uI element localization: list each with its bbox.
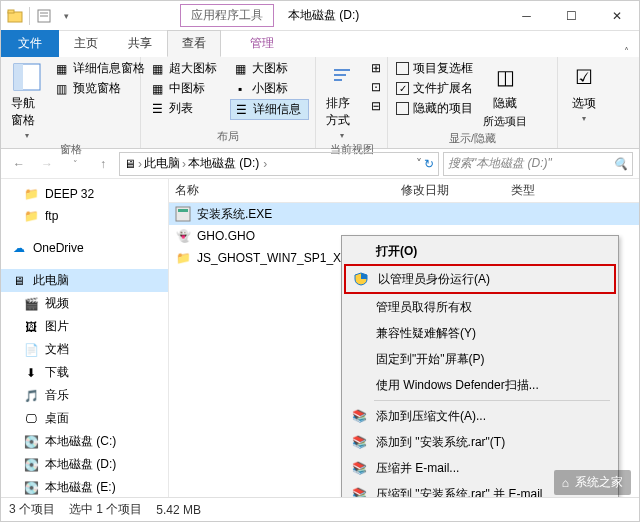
addr-dropdown-icon[interactable]: ˅ [416, 157, 422, 171]
refresh-icon[interactable]: ↻ [424, 157, 434, 171]
folder-icon [5, 6, 25, 26]
tab-share[interactable]: 共享 [113, 30, 167, 57]
folder-icon: 📁 [23, 186, 39, 202]
address-row: ← → ˅ ↑ 🖥 ›此电脑 ›本地磁盘 (D:)› ˅ ↻ 搜索"本地磁盘 (… [1, 149, 639, 179]
file-row[interactable]: 安装系统.EXE [169, 203, 639, 225]
nav-disk-e[interactable]: 💽本地磁盘 (E:) [1, 476, 168, 497]
layout-medium[interactable]: ▦中图标 [147, 79, 226, 98]
options-button[interactable]: ☑ 选项▾ [564, 59, 604, 146]
file-extensions-toggle[interactable]: ✓文件扩展名 [394, 79, 475, 98]
maximize-button[interactable]: ☐ [549, 2, 594, 30]
nav-disk-c[interactable]: 💽本地磁盘 (C:) [1, 430, 168, 453]
detail-pane-icon: ▦ [53, 61, 69, 77]
item-checkboxes-toggle[interactable]: 项目复选框 [394, 59, 475, 78]
options-icon: ☑ [568, 61, 600, 93]
close-button[interactable]: ✕ [594, 2, 639, 30]
column-headers[interactable]: 名称 修改日期 类型 [169, 179, 639, 203]
status-count: 3 个项目 [9, 501, 55, 518]
picture-icon: 🖼 [23, 319, 39, 335]
crumb-thispc[interactable]: 此电脑 [144, 155, 180, 172]
download-icon: ⬇ [23, 365, 39, 381]
window-title: 本地磁盘 (D:) [288, 7, 359, 24]
crumb-drive[interactable]: 本地磁盘 (D:) [188, 155, 259, 172]
layout-extra-large[interactable]: ▦超大图标 [147, 59, 226, 78]
layout-list[interactable]: ☰列表 [147, 99, 226, 118]
nav-thispc[interactable]: 🖥此电脑 [1, 269, 168, 292]
back-button[interactable]: ← [7, 152, 31, 176]
forward-button[interactable]: → [35, 152, 59, 176]
menu-pin-start[interactable]: 固定到"开始"屏幕(P) [344, 346, 616, 372]
layout-large[interactable]: ▦大图标 [230, 59, 309, 78]
titlebar: ▾ 应用程序工具 本地磁盘 (D:) ─ ☐ ✕ [1, 1, 639, 31]
doc-icon: 📄 [23, 342, 39, 358]
minimize-button[interactable]: ─ [504, 2, 549, 30]
nav-tree[interactable]: 📁DEEP 32 📁ftp ☁OneDrive 🖥此电脑 🎬视频 🖼图片 📄文档… [1, 179, 169, 497]
drive-icon: 💽 [23, 480, 39, 496]
nav-pane-icon [11, 61, 43, 93]
nav-deep32[interactable]: 📁DEEP 32 [1, 183, 168, 205]
detail-pane-button[interactable]: ▦详细信息窗格 [51, 59, 147, 78]
menu-take-ownership[interactable]: 管理员取得所有权 [344, 294, 616, 320]
svg-rect-11 [178, 209, 188, 212]
up-button[interactable]: ↑ [91, 152, 115, 176]
gho-icon: 👻 [175, 228, 191, 244]
properties-icon[interactable] [34, 6, 54, 26]
col-type[interactable]: 类型 [511, 182, 535, 199]
layout-small[interactable]: ▪小图标 [230, 79, 309, 98]
svg-rect-6 [14, 64, 23, 90]
col-date[interactable]: 修改日期 [401, 182, 511, 199]
onedrive-icon: ☁ [11, 240, 27, 256]
size-columns-button[interactable]: ⊟ [366, 97, 386, 115]
rar-icon: 📚 [350, 459, 368, 477]
search-icon: 🔍 [613, 157, 628, 171]
drive-icon: 💽 [23, 434, 39, 450]
nav-music[interactable]: 🎵音乐 [1, 384, 168, 407]
menu-add-rar[interactable]: 📚添加到 "安装系统.rar"(T) [344, 429, 616, 455]
tab-file[interactable]: 文件 [1, 30, 59, 57]
hidden-items-toggle[interactable]: 隐藏的项目 [394, 99, 475, 118]
watermark-logo-icon: ⌂ [562, 476, 569, 490]
col-name[interactable]: 名称 [175, 182, 401, 199]
tab-view[interactable]: 查看 [167, 30, 221, 57]
nav-ftp[interactable]: 📁ftp [1, 205, 168, 227]
group-by-button[interactable]: ⊞ [366, 59, 386, 77]
menu-run-as-admin[interactable]: 以管理员身份运行(A) [344, 264, 616, 294]
ribbon: 导航窗格 ▾ ▦详细信息窗格 ▥预览窗格 窗格 ▦超大图标 ▦中图标 ☰列表 ▦… [1, 57, 639, 149]
exe-icon [175, 206, 191, 222]
status-size: 5.42 MB [156, 503, 201, 517]
preview-pane-button[interactable]: ▥预览窗格 [51, 79, 147, 98]
nav-pictures[interactable]: 🖼图片 [1, 315, 168, 338]
context-tab-label: 应用程序工具 [180, 4, 274, 27]
nav-disk-d[interactable]: 💽本地磁盘 (D:) [1, 453, 168, 476]
nav-onedrive[interactable]: ☁OneDrive [1, 237, 168, 259]
tab-manage[interactable]: 管理 [235, 30, 289, 57]
search-input[interactable]: 搜索"本地磁盘 (D:)" 🔍 [443, 152, 633, 176]
address-bar[interactable]: 🖥 ›此电脑 ›本地磁盘 (D:)› ˅ ↻ [119, 152, 439, 176]
music-icon: 🎵 [23, 388, 39, 404]
nav-desktop[interactable]: 🖵桌面 [1, 407, 168, 430]
history-dropdown[interactable]: ˅ [63, 152, 87, 176]
menu-add-archive[interactable]: 📚添加到压缩文件(A)... [344, 403, 616, 429]
ribbon-collapse-icon[interactable]: ˄ [624, 46, 629, 57]
status-bar: 3 个项目 选中 1 个项目 5.42 MB [1, 497, 639, 521]
tab-home[interactable]: 主页 [59, 30, 113, 57]
menu-open[interactable]: 打开(O) [344, 238, 616, 264]
menu-troubleshoot[interactable]: 兼容性疑难解答(Y) [344, 320, 616, 346]
layout-details[interactable]: ☰详细信息 [230, 99, 309, 120]
nav-pane-button[interactable]: 导航窗格 ▾ [7, 59, 47, 142]
preview-pane-icon: ▥ [53, 81, 69, 97]
add-columns-button[interactable]: ⊡ [366, 78, 386, 96]
nav-downloads[interactable]: ⬇下载 [1, 361, 168, 384]
pc-icon: 🖥 [11, 273, 27, 289]
nav-videos[interactable]: 🎬视频 [1, 292, 168, 315]
qat-dropdown-icon[interactable]: ▾ [56, 6, 76, 26]
sort-button[interactable]: 排序方式▾ [322, 59, 362, 142]
menu-defender-scan[interactable]: 使用 Windows Defender扫描... [344, 372, 616, 398]
hide-selected-button[interactable]: ◫ 隐藏 所选项目 [479, 59, 531, 131]
desktop-icon: 🖵 [23, 411, 39, 427]
svg-rect-1 [8, 10, 14, 13]
status-selected: 选中 1 个项目 [69, 501, 142, 518]
nav-documents[interactable]: 📄文档 [1, 338, 168, 361]
rar-icon: 📚 [350, 407, 368, 425]
pc-icon: 🖥 [124, 157, 136, 171]
